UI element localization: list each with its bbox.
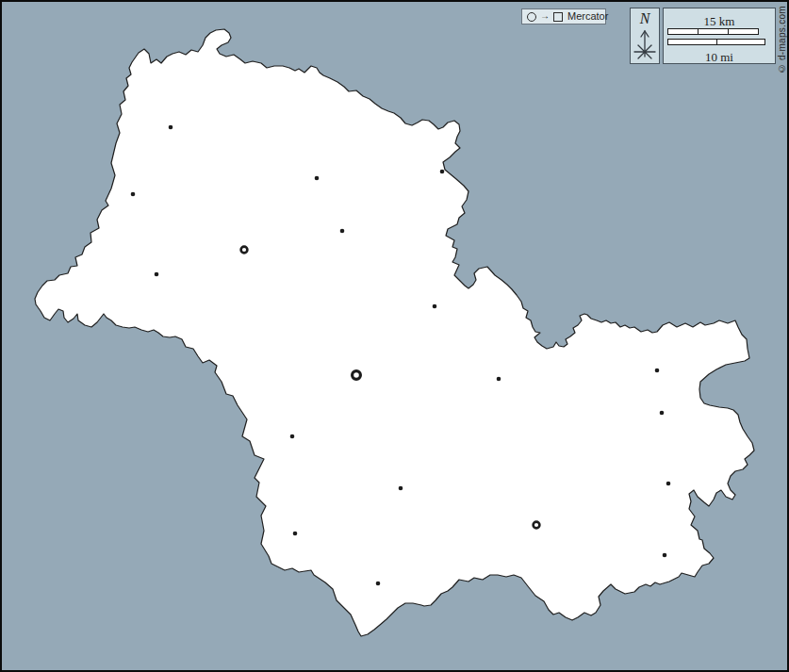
town-dot xyxy=(440,170,445,174)
scale-km-label: 15 km xyxy=(664,15,775,27)
town-dot xyxy=(433,304,437,309)
projection-label: Mercator xyxy=(567,11,608,22)
scale-bar: 15 km 10 mi xyxy=(663,8,776,64)
town-dot xyxy=(290,434,295,439)
map-canvas xyxy=(0,0,789,672)
prefecture-ring xyxy=(353,371,361,380)
town-dot xyxy=(376,582,381,586)
scale-mi-label: 10 mi xyxy=(664,51,775,63)
copyright-notice: © d-maps.com xyxy=(778,6,787,74)
compass-rose: N xyxy=(630,8,660,64)
region-outline xyxy=(35,29,754,636)
scale-bar-km xyxy=(667,28,759,35)
town-dot xyxy=(169,125,173,130)
sphere-icon xyxy=(527,12,536,22)
town-dot xyxy=(663,553,667,558)
town-dot xyxy=(315,176,320,181)
north-label: N xyxy=(640,11,650,26)
town-dot xyxy=(131,192,136,197)
arrow-right-icon: → xyxy=(540,11,550,21)
town-dot xyxy=(660,411,665,416)
map-image: → Mercator N 15 km 10 mi © d-maps.com xyxy=(0,0,789,672)
scale-bar-mi xyxy=(667,39,765,45)
scale-tick xyxy=(728,29,729,34)
scale-tick xyxy=(698,29,699,34)
subprefecture-ring xyxy=(241,247,248,254)
town-dot xyxy=(655,369,660,373)
town-dot xyxy=(155,272,159,277)
town-dot xyxy=(666,482,671,486)
scale-tick xyxy=(716,40,717,44)
town-dot xyxy=(340,229,345,234)
town-dot xyxy=(497,377,501,382)
north-arrow-icon xyxy=(633,27,657,61)
projection-legend: → Mercator xyxy=(521,8,606,25)
town-dot xyxy=(399,486,403,491)
subprefecture-ring xyxy=(534,522,540,529)
town-dot xyxy=(293,532,298,536)
flat-map-icon xyxy=(553,12,563,22)
